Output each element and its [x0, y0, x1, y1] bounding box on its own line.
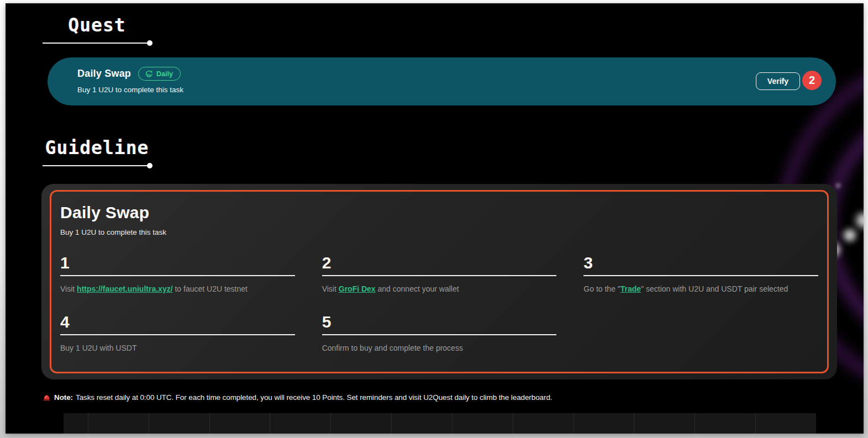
table-cell	[88, 413, 149, 434]
guideline-step-3: 3 Go to the "Trade" section with U2U and…	[583, 255, 818, 293]
quest-title: Quest	[43, 14, 151, 36]
step-description: Go to the "Trade" section with U2U and U…	[583, 284, 818, 293]
daily-badge: 24 Daily	[138, 67, 181, 81]
bokeh-dot	[844, 229, 856, 241]
svg-text:24: 24	[147, 73, 151, 77]
table-cell	[452, 413, 513, 434]
table-cell	[513, 413, 574, 434]
note-text: Tasks reset daily at 0:00 UTC. For each …	[76, 393, 552, 402]
refresh-24h-icon: 24	[145, 70, 153, 78]
table-cell	[64, 413, 88, 434]
guideline-step-5: 5 Confirm to buy and complete the proces…	[322, 314, 557, 352]
table-cell	[330, 413, 391, 434]
guideline-highlight-border: Daily Swap Buy 1 U2U to complete this ta…	[50, 190, 829, 373]
step-description: Buy 1 U2U with USDT	[60, 344, 295, 352]
step-text: Visit	[322, 284, 339, 293]
guideline-card: Daily Swap Buy 1 U2U to complete this ta…	[41, 184, 837, 379]
step-text: Confirm to buy and complete the process	[322, 344, 463, 352]
table-cell	[574, 413, 634, 434]
quest-page: Quest Daily Swap 24 Daily Buy 1 U2U to c…	[6, 3, 864, 434]
note-label: Note:	[54, 393, 73, 402]
step-text: and connect your wallet	[376, 284, 459, 293]
guideline-step-2: 2 Visit GroFi Dex and connect your walle…	[322, 255, 557, 293]
step-number: 2	[322, 255, 557, 276]
guideline-title-text: Guideline	[43, 137, 151, 159]
daily-swap-task-card: Daily Swap 24 Daily Buy 1 U2U to complet…	[48, 57, 836, 105]
underline-dot	[147, 40, 152, 46]
step-description: Visit GroFi Dex and connect your wallet	[322, 284, 557, 293]
note-line: Note: Tasks reset daily at 0:00 UTC. For…	[43, 393, 552, 402]
step-number: 1	[60, 255, 295, 276]
guideline-section-heading: Guideline	[43, 137, 151, 159]
notification-count-badge: 2	[802, 71, 822, 90]
task-description: Buy 1 U2U to complete this task	[77, 86, 836, 94]
table-cell	[209, 413, 270, 434]
step-number: 4	[60, 314, 295, 335]
table-cell	[149, 413, 209, 434]
table-cell	[391, 413, 452, 434]
table-cell	[634, 413, 695, 434]
quest-heading-underline	[43, 43, 151, 44]
guideline-heading-underline	[43, 165, 151, 166]
grofi-dex-link[interactable]: GroFi Dex	[339, 284, 376, 293]
daily-badge-label: Daily	[156, 70, 173, 78]
step-text: to faucet U2U testnet	[173, 284, 248, 293]
underline-dot	[147, 163, 152, 168]
step-text: Buy 1 U2U with USDT	[60, 344, 136, 352]
guideline-step-1: 1 Visit https://faucet.uniultra.xyz/ to …	[60, 255, 295, 293]
step-text: " section with U2U and USDT pair selecte…	[641, 284, 788, 293]
siren-icon	[43, 393, 54, 402]
guideline-step-4: 4 Buy 1 U2U with USDT	[60, 314, 295, 352]
table-cell	[270, 413, 330, 434]
quest-section-heading: Quest	[43, 14, 151, 36]
step-number: 3	[583, 255, 818, 276]
step-number: 5	[322, 314, 557, 335]
step-text: Go to the "	[583, 284, 620, 293]
table-cell	[695, 413, 755, 434]
step-text: Visit	[60, 284, 77, 293]
guideline-card-subtitle: Buy 1 U2U to complete this task	[60, 228, 818, 236]
verify-button[interactable]: Verify	[756, 72, 800, 90]
guideline-steps: 1 Visit https://faucet.uniultra.xyz/ to …	[60, 255, 818, 352]
step-description: Confirm to buy and complete the process	[322, 344, 557, 352]
table-cell	[755, 413, 816, 434]
bottom-table-strip	[64, 413, 816, 434]
faucet-link[interactable]: https://faucet.uniultra.xyz/	[77, 284, 172, 293]
task-title: Daily Swap	[77, 68, 131, 80]
step-description: Visit https://faucet.uniultra.xyz/ to fa…	[60, 284, 295, 293]
trade-link[interactable]: Trade	[620, 284, 641, 293]
guideline-card-title: Daily Swap	[60, 203, 818, 222]
bokeh-dot	[836, 183, 840, 188]
